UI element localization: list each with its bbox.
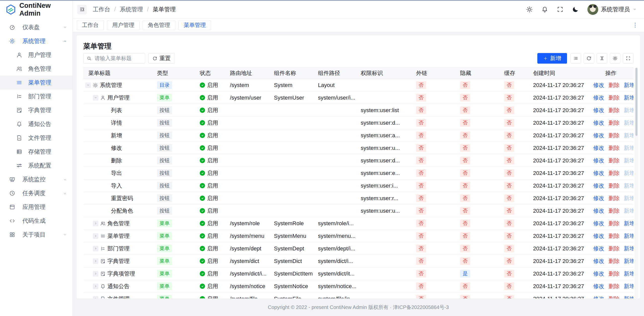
- edit-link[interactable]: 修改: [593, 169, 604, 177]
- add-link[interactable]: 新增: [624, 107, 633, 114]
- tab-工作台[interactable]: 工作台: [77, 20, 104, 30]
- row-expand-caret[interactable]: [93, 246, 98, 251]
- delete-link[interactable]: 删除: [609, 207, 620, 215]
- sidebar-item-通知公告[interactable]: 通知公告: [0, 117, 72, 131]
- edit-link[interactable]: 修改: [593, 107, 604, 114]
- add-link[interactable]: 新增: [624, 283, 633, 290]
- add-link[interactable]: 新增: [624, 144, 633, 152]
- reset-button[interactable]: 重置: [148, 53, 175, 64]
- user-menu[interactable]: 系统管理员: [587, 4, 636, 15]
- add-link[interactable]: 新增: [624, 169, 633, 177]
- refresh-button[interactable]: [584, 53, 594, 64]
- row-collapse-caret[interactable]: [93, 95, 98, 101]
- delete-link[interactable]: 删除: [609, 119, 620, 127]
- sidebar-item-用户管理[interactable]: 用户管理: [0, 48, 72, 62]
- sidebar-item-应用管理[interactable]: 应用管理: [0, 200, 72, 214]
- delete-link[interactable]: 删除: [609, 195, 620, 202]
- add-link[interactable]: 新增: [624, 81, 633, 89]
- sidebar-item-任务调度[interactable]: 任务调度: [0, 186, 72, 200]
- sidebar-item-存储管理[interactable]: 存储管理: [0, 145, 72, 159]
- edit-link[interactable]: 修改: [593, 94, 604, 102]
- edit-link[interactable]: 修改: [593, 157, 604, 164]
- add-link[interactable]: 新增: [624, 207, 633, 215]
- table-fullscreen-button[interactable]: [623, 53, 633, 64]
- edit-link[interactable]: 修改: [593, 132, 604, 139]
- row-expand-caret[interactable]: [93, 258, 98, 264]
- edit-link[interactable]: 修改: [593, 257, 604, 265]
- add-link[interactable]: 新增: [624, 94, 633, 102]
- delete-link[interactable]: 删除: [609, 232, 620, 240]
- sidebar-item-关于项目[interactable]: 关于项目: [0, 228, 72, 242]
- delete-link[interactable]: 删除: [609, 132, 620, 139]
- add-link[interactable]: 新增: [624, 295, 633, 299]
- sidebar-item-文件管理[interactable]: 文件管理: [0, 131, 72, 145]
- row-height-button[interactable]: [597, 53, 607, 64]
- fullscreen-icon[interactable]: [557, 6, 564, 13]
- delete-link[interactable]: 删除: [609, 169, 620, 177]
- edit-link[interactable]: 修改: [593, 295, 604, 299]
- delete-link[interactable]: 删除: [609, 295, 620, 299]
- row-expand-caret[interactable]: [93, 284, 98, 289]
- delete-link[interactable]: 删除: [609, 81, 620, 89]
- row-expand-caret[interactable]: [93, 221, 98, 226]
- sidebar-item-字典管理[interactable]: 字典管理: [0, 103, 72, 117]
- row-expand-caret[interactable]: [93, 233, 98, 239]
- add-link[interactable]: 新增: [624, 270, 633, 278]
- tab-more-icon[interactable]: [632, 22, 638, 28]
- edit-link[interactable]: 修改: [593, 144, 604, 152]
- delete-link[interactable]: 删除: [609, 220, 620, 227]
- scrollbar-thumb[interactable]: [635, 68, 637, 136]
- add-link[interactable]: 新增: [624, 220, 633, 227]
- sidebar-item-部门管理[interactable]: 部门管理: [0, 89, 72, 103]
- edit-link[interactable]: 修改: [593, 270, 604, 278]
- add-link[interactable]: 新增: [624, 119, 633, 127]
- edit-link[interactable]: 修改: [593, 232, 604, 240]
- delete-link[interactable]: 删除: [609, 157, 620, 164]
- add-link[interactable]: 新增: [624, 245, 633, 252]
- edit-link[interactable]: 修改: [593, 195, 604, 202]
- row-expand-caret[interactable]: [93, 296, 98, 299]
- sidebar-item-系统管理[interactable]: 系统管理: [0, 34, 72, 48]
- breadcrumb-item[interactable]: 菜单管理: [153, 6, 176, 13]
- delete-link[interactable]: 删除: [609, 144, 620, 152]
- edit-link[interactable]: 修改: [593, 81, 604, 89]
- sidebar-item-系统配置[interactable]: 系统配置: [0, 159, 72, 172]
- row-collapse-caret[interactable]: [85, 82, 91, 88]
- edit-link[interactable]: 修改: [593, 119, 604, 127]
- table-scrollbar[interactable]: [635, 67, 638, 298]
- tab-菜单管理[interactable]: 菜单管理: [178, 20, 211, 30]
- tab-用户管理[interactable]: 用户管理: [107, 20, 140, 30]
- delete-link[interactable]: 删除: [609, 107, 620, 114]
- list-view-button[interactable]: [571, 53, 581, 64]
- edit-link[interactable]: 修改: [593, 283, 604, 290]
- breadcrumb-item[interactable]: 工作台: [93, 6, 110, 13]
- delete-link[interactable]: 删除: [609, 94, 620, 102]
- edit-link[interactable]: 修改: [593, 220, 604, 227]
- collapse-sidebar-button[interactable]: [77, 5, 87, 14]
- add-link[interactable]: 新增: [624, 132, 633, 139]
- notifications-icon[interactable]: [541, 6, 548, 13]
- add-link[interactable]: 新增: [624, 157, 633, 164]
- delete-link[interactable]: 删除: [609, 257, 620, 265]
- delete-link[interactable]: 删除: [609, 270, 620, 278]
- row-expand-caret[interactable]: [93, 271, 98, 277]
- sidebar-item-系统监控[interactable]: 系统监控: [0, 172, 72, 186]
- settings-icon[interactable]: [526, 6, 533, 13]
- breadcrumb-item[interactable]: 系统管理: [120, 6, 143, 13]
- dark-mode-icon[interactable]: [572, 6, 579, 13]
- table-settings-button[interactable]: [610, 53, 620, 64]
- sidebar-item-仪表盘[interactable]: 仪表盘: [0, 20, 72, 34]
- sidebar-item-代码生成[interactable]: 代码生成: [0, 214, 72, 228]
- delete-link[interactable]: 删除: [609, 245, 620, 252]
- sidebar-item-角色管理[interactable]: 角色管理: [0, 62, 72, 76]
- add-link[interactable]: 新增: [624, 182, 633, 190]
- edit-link[interactable]: 修改: [593, 207, 604, 215]
- add-link[interactable]: 新增: [624, 257, 633, 265]
- edit-link[interactable]: 修改: [593, 245, 604, 252]
- search-input[interactable]: [94, 55, 142, 62]
- add-link[interactable]: 新增: [624, 232, 633, 240]
- delete-link[interactable]: 删除: [609, 283, 620, 290]
- add-link[interactable]: 新增: [624, 195, 633, 202]
- edit-link[interactable]: 修改: [593, 182, 604, 190]
- delete-link[interactable]: 删除: [609, 182, 620, 190]
